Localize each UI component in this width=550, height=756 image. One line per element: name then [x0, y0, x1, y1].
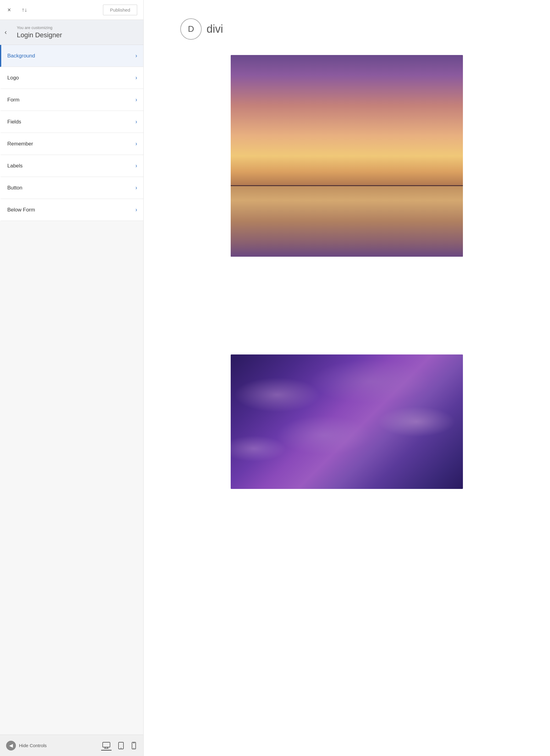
hide-controls-button[interactable]: ◀ Hide Controls: [6, 741, 47, 750]
menu-item-button[interactable]: Button ›: [0, 177, 143, 199]
menu-item-labels[interactable]: Labels ›: [0, 155, 143, 177]
menu-item-label-labels: Labels: [7, 163, 23, 169]
menu-item-label-fields: Fields: [7, 119, 21, 125]
chevron-icon-button: ›: [135, 185, 137, 191]
menu-item-background[interactable]: Background ›: [0, 45, 143, 67]
back-arrow[interactable]: ‹: [5, 28, 7, 36]
menu-item-remember[interactable]: Remember ›: [0, 133, 143, 155]
customizing-prefix: You are customizing: [17, 25, 137, 30]
chevron-icon-form: ›: [135, 97, 137, 103]
menu-item-label-button: Button: [7, 185, 22, 191]
sort-button[interactable]: ↑↓: [18, 4, 31, 16]
menu-item-form[interactable]: Form ›: [0, 89, 143, 111]
device-switcher: [101, 741, 137, 750]
hide-controls-label: Hide Controls: [19, 743, 47, 748]
sky-preview-image: [231, 354, 463, 489]
menu-item-label-below-form: Below Form: [7, 207, 35, 213]
divi-logo-letter: D: [188, 24, 194, 34]
menu-item-logo[interactable]: Logo ›: [0, 67, 143, 89]
menu-item-below-form[interactable]: Below Form ›: [0, 199, 143, 221]
chevron-icon-labels: ›: [135, 163, 137, 169]
divi-logo-text: divi: [207, 23, 223, 35]
svg-point-5: [121, 747, 121, 748]
device-desktop-icon[interactable]: [101, 741, 112, 750]
published-button[interactable]: Published: [103, 5, 137, 15]
chevron-icon-remember: ›: [135, 141, 137, 147]
menu-item-label-logo: Logo: [7, 75, 19, 81]
menu-item-label-remember: Remember: [7, 141, 33, 147]
device-mobile-icon[interactable]: [130, 741, 137, 750]
device-tablet-icon[interactable]: [117, 741, 125, 750]
menu-item-fields[interactable]: Fields ›: [0, 111, 143, 133]
chevron-icon-fields: ›: [135, 119, 137, 125]
bottom-controls: ◀ Hide Controls: [0, 735, 143, 756]
sunset-reflection: [231, 186, 463, 257]
menu-item-label-form: Form: [7, 97, 20, 103]
divi-logo-circle: D: [180, 18, 202, 40]
preview-area: [162, 55, 532, 489]
svg-point-7: [134, 748, 134, 748]
chevron-icon-background: ›: [135, 53, 137, 59]
customizing-header: ‹ You are customizing Login Designer: [0, 20, 143, 45]
chevron-icon-below-form: ›: [135, 207, 137, 213]
main-content: D divi: [144, 0, 550, 756]
top-bar: × ↑↓ Published: [0, 0, 143, 20]
sunset-preview-image: [231, 55, 463, 257]
svg-rect-0: [103, 742, 110, 747]
menu-list: Background › Logo › Form › Fields › Reme…: [0, 45, 143, 735]
customizing-title: Login Designer: [17, 31, 137, 39]
chevron-icon-logo: ›: [135, 75, 137, 81]
hide-controls-icon: ◀: [6, 741, 16, 750]
sidebar: × ↑↓ Published ‹ You are customizing Log…: [0, 0, 144, 756]
menu-item-label-background: Background: [7, 53, 35, 59]
cloud-layer: [231, 354, 463, 489]
divi-header: D divi: [180, 12, 223, 43]
close-button[interactable]: ×: [3, 4, 15, 16]
